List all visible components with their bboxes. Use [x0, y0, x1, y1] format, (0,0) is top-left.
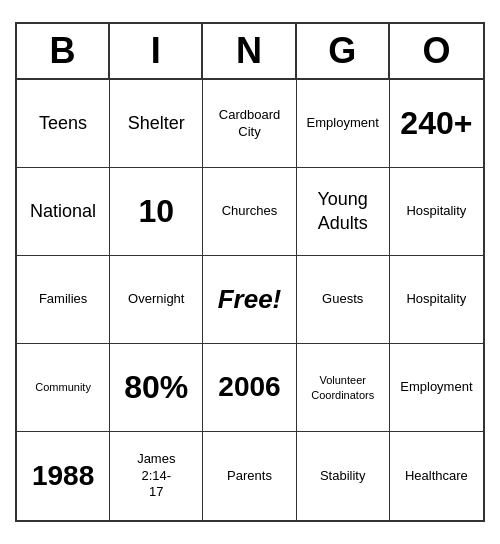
bingo-cell: 80%: [110, 344, 203, 432]
cell-text: Stability: [320, 468, 366, 485]
cell-text: Teens: [39, 112, 87, 135]
cell-text: Cardboard City: [219, 107, 280, 141]
cell-text: Free!: [218, 283, 282, 317]
bingo-cell: Parents: [203, 432, 296, 520]
bingo-cell: James 2:14- 17: [110, 432, 203, 520]
bingo-cell: Stability: [297, 432, 390, 520]
header-letter: N: [203, 24, 296, 78]
bingo-cell: Teens: [17, 80, 110, 168]
bingo-cell: Free!: [203, 256, 296, 344]
bingo-cell: 10: [110, 168, 203, 256]
cell-text: Guests: [322, 291, 363, 308]
bingo-cell: Healthcare: [390, 432, 483, 520]
header-letter: G: [297, 24, 390, 78]
header-letter: B: [17, 24, 110, 78]
bingo-header: BINGO: [17, 24, 483, 80]
bingo-card: BINGO TeensShelterCardboard CityEmployme…: [15, 22, 485, 522]
cell-text: 1988: [32, 458, 94, 494]
cell-text: Employment: [400, 379, 472, 396]
cell-text: 240+: [400, 103, 472, 145]
bingo-cell: Volunteer Coordinators: [297, 344, 390, 432]
cell-text: Volunteer Coordinators: [311, 373, 374, 402]
cell-text: Churches: [222, 203, 278, 220]
bingo-cell: Hospitality: [390, 168, 483, 256]
cell-text: 80%: [124, 367, 188, 409]
bingo-cell: National: [17, 168, 110, 256]
bingo-cell: Overnight: [110, 256, 203, 344]
bingo-cell: Community: [17, 344, 110, 432]
cell-text: 10: [138, 191, 174, 233]
cell-text: Employment: [307, 115, 379, 132]
bingo-cell: 1988: [17, 432, 110, 520]
bingo-cell: Employment: [390, 344, 483, 432]
bingo-cell: Employment: [297, 80, 390, 168]
bingo-cell: 240+: [390, 80, 483, 168]
cell-text: Hospitality: [406, 203, 466, 220]
cell-text: Families: [39, 291, 87, 308]
cell-text: James 2:14- 17: [137, 451, 175, 502]
cell-text: Young Adults: [317, 188, 367, 235]
cell-text: 2006: [218, 369, 280, 405]
bingo-cell: Shelter: [110, 80, 203, 168]
cell-text: Shelter: [128, 112, 185, 135]
cell-text: Community: [35, 380, 91, 394]
header-letter: I: [110, 24, 203, 78]
bingo-cell: Young Adults: [297, 168, 390, 256]
bingo-grid: TeensShelterCardboard CityEmployment240+…: [17, 80, 483, 520]
bingo-cell: Families: [17, 256, 110, 344]
cell-text: Hospitality: [406, 291, 466, 308]
cell-text: Parents: [227, 468, 272, 485]
bingo-cell: Guests: [297, 256, 390, 344]
cell-text: National: [30, 200, 96, 223]
bingo-cell: 2006: [203, 344, 296, 432]
cell-text: Healthcare: [405, 468, 468, 485]
bingo-cell: Hospitality: [390, 256, 483, 344]
bingo-cell: Cardboard City: [203, 80, 296, 168]
bingo-cell: Churches: [203, 168, 296, 256]
header-letter: O: [390, 24, 483, 78]
cell-text: Overnight: [128, 291, 184, 308]
